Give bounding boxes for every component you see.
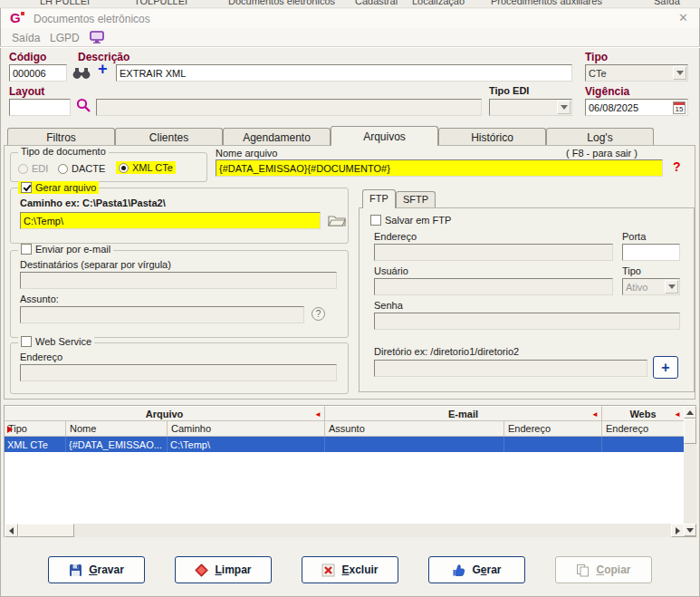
folder-browse-icon[interactable] bbox=[328, 214, 346, 227]
tab-ftp[interactable]: FTP bbox=[362, 189, 396, 208]
close-icon[interactable]: ✕ bbox=[678, 11, 688, 24]
group-label: Webs bbox=[629, 409, 656, 419]
radio-xml-cte-label: XML CTe bbox=[132, 162, 173, 173]
assunto-input[interactable] bbox=[20, 306, 304, 323]
scroll-down-icon[interactable] bbox=[684, 524, 696, 536]
cell-endereco-web bbox=[602, 437, 685, 452]
tab-agendamento[interactable]: Agendamento bbox=[223, 128, 331, 145]
tipo-label: Tipo bbox=[585, 51, 608, 63]
column-header-nome[interactable]: Nome bbox=[66, 421, 168, 437]
scrollbar-thumb[interactable] bbox=[18, 524, 74, 537]
menu-item-saida[interactable]: Saída bbox=[12, 32, 40, 44]
question-help-icon[interactable]: ? bbox=[312, 307, 325, 321]
nome-arquivo-label: Nome arquivo bbox=[216, 148, 277, 159]
webservice-checkbox[interactable]: Web Service bbox=[18, 336, 94, 347]
binoculars-search-icon[interactable] bbox=[72, 67, 91, 80]
gerar-button[interactable]: Gerar bbox=[428, 556, 525, 583]
ftp-tipo-value: Ativo bbox=[626, 282, 647, 293]
radio-dacte[interactable]: DACTE bbox=[58, 163, 105, 174]
column-header-tipo[interactable]: Tipo bbox=[5, 421, 66, 437]
tab-arquivos[interactable]: Arquivos bbox=[331, 126, 438, 146]
tipo-documento-legend: Tipo de documento bbox=[18, 146, 109, 157]
gerar-arquivo-checkbox[interactable]: Gerar arquivo bbox=[18, 181, 99, 194]
tab-sftp[interactable]: SFTP bbox=[396, 191, 436, 207]
vigencia-date-input[interactable]: 06/08/2025 15 bbox=[585, 99, 688, 116]
nome-arquivo-input[interactable]: {#DATA_EMISSAO}{#DOCUMENTO#} bbox=[216, 159, 663, 177]
ftp-tipo-select[interactable]: Ativo bbox=[622, 278, 680, 295]
radio-edi-label: EDI bbox=[32, 163, 48, 174]
tab-logs[interactable]: Log's bbox=[546, 128, 654, 145]
table-row[interactable]: XML CTe {#DATA_EMISSAO... C:\Temp\ bbox=[5, 437, 695, 452]
webservice-label: Web Service bbox=[35, 336, 91, 347]
ftp-tipo-label: Tipo bbox=[622, 265, 641, 276]
codigo-label: Código bbox=[9, 51, 46, 63]
tab-historico[interactable]: Histórico bbox=[438, 128, 546, 145]
help-icon[interactable]: ? bbox=[673, 159, 681, 174]
limpar-button[interactable]: Limpar bbox=[175, 556, 272, 583]
thumbs-up-icon bbox=[452, 563, 465, 577]
scrollbar-track[interactable] bbox=[74, 524, 671, 537]
tipo-documento-groupbox: Tipo de documento EDI DACTE XML CTe bbox=[10, 152, 207, 182]
column-header-caminho[interactable]: Caminho bbox=[168, 421, 325, 437]
scroll-left-icon[interactable] bbox=[5, 524, 18, 537]
grid-group-webs[interactable]: Webs ◄ bbox=[602, 406, 685, 421]
delete-x-icon bbox=[321, 563, 335, 577]
descricao-input[interactable]: EXTRAIR XML bbox=[116, 64, 572, 82]
save-disk-icon bbox=[69, 563, 82, 577]
ftp-usuario-input[interactable] bbox=[374, 278, 613, 295]
row-indicator-icon bbox=[7, 426, 13, 433]
menu-divider bbox=[0, 46, 700, 48]
salvar-ftp-checkbox[interactable]: Salvar em FTP bbox=[370, 215, 451, 226]
grid-group-arquivo[interactable]: Arquivo ◄ bbox=[5, 406, 325, 421]
ftp-diretorio-input[interactable] bbox=[374, 360, 647, 377]
ftp-add-button[interactable]: + bbox=[653, 356, 678, 379]
gerar-arquivo-groupbox: Gerar arquivo Caminho ex: C:\Pasta1\Past… bbox=[10, 188, 349, 244]
layout-label: Layout bbox=[9, 85, 44, 98]
menu-item-lgpd[interactable]: LGPD bbox=[50, 32, 80, 44]
radio-icon bbox=[18, 164, 28, 174]
checkbox-icon bbox=[370, 215, 381, 226]
copiar-button[interactable]: Copiar bbox=[555, 556, 652, 583]
layout-description-field bbox=[96, 99, 482, 116]
cell-assunto bbox=[325, 437, 504, 452]
email-checkbox[interactable]: Enviar por e-mail bbox=[18, 244, 113, 255]
column-header-endereco-email[interactable]: Endereço bbox=[504, 421, 602, 437]
add-record-button[interactable]: + bbox=[98, 60, 108, 79]
vertical-scrollbar[interactable] bbox=[684, 406, 696, 536]
scroll-right-icon[interactable] bbox=[671, 524, 685, 537]
magnifier-search-icon[interactable] bbox=[76, 98, 91, 113]
codigo-input[interactable]: 000006 bbox=[9, 64, 67, 82]
layout-input[interactable] bbox=[9, 99, 71, 116]
window-title: Documentos eletrônicos bbox=[34, 13, 150, 25]
excluir-button[interactable]: Excluir bbox=[302, 556, 398, 583]
grid-group-email[interactable]: E-mail ◄ bbox=[325, 406, 602, 421]
sort-arrow-icon: ◄ bbox=[674, 410, 681, 419]
radio-xml-cte[interactable]: XML CTe bbox=[116, 161, 176, 174]
ftp-senha-input[interactable] bbox=[374, 313, 680, 330]
scroll-up-icon[interactable] bbox=[684, 406, 696, 419]
scrollbar-thumb[interactable] bbox=[684, 419, 696, 444]
ws-endereco-input[interactable] bbox=[20, 364, 337, 381]
column-header-assunto[interactable]: Assunto bbox=[325, 421, 504, 437]
caminho-label: Caminho ex: C:\Pasta1\Pasta2\ bbox=[20, 197, 166, 208]
ftp-diretorio-label: Diretório ex: /diretorio1/diretorio2 bbox=[374, 346, 519, 357]
button-bar: Gravar Limpar Excluir Gerar Copiar bbox=[0, 556, 700, 583]
radio-edi[interactable]: EDI bbox=[18, 163, 48, 174]
ftp-endereco-input[interactable] bbox=[374, 244, 613, 261]
gravar-button[interactable]: Gravar bbox=[48, 556, 145, 583]
copy-icon bbox=[576, 563, 590, 577]
tipo-edi-select[interactable] bbox=[489, 99, 572, 116]
tab-clientes[interactable]: Clientes bbox=[115, 128, 223, 145]
menu-bar: Saída LGPD bbox=[1, 28, 699, 46]
destinatarios-input[interactable] bbox=[20, 272, 337, 289]
tipo-select[interactable]: CTe bbox=[585, 64, 688, 82]
calendar-icon[interactable]: 15 bbox=[673, 101, 686, 114]
monitor-icon[interactable] bbox=[90, 31, 104, 43]
ftp-porta-input[interactable] bbox=[622, 244, 680, 261]
tab-filtros[interactable]: Filtros bbox=[7, 128, 115, 145]
documents-grid: Arquivo ◄ E-mail ◄ Webs ◄ Tipo Nome Cami… bbox=[4, 405, 696, 537]
column-header-endereco-web[interactable]: Endereço bbox=[602, 421, 685, 437]
scrollbar-track[interactable] bbox=[684, 444, 696, 524]
horizontal-scrollbar[interactable] bbox=[5, 524, 685, 537]
caminho-input[interactable]: C:\Temp\ bbox=[20, 212, 321, 229]
